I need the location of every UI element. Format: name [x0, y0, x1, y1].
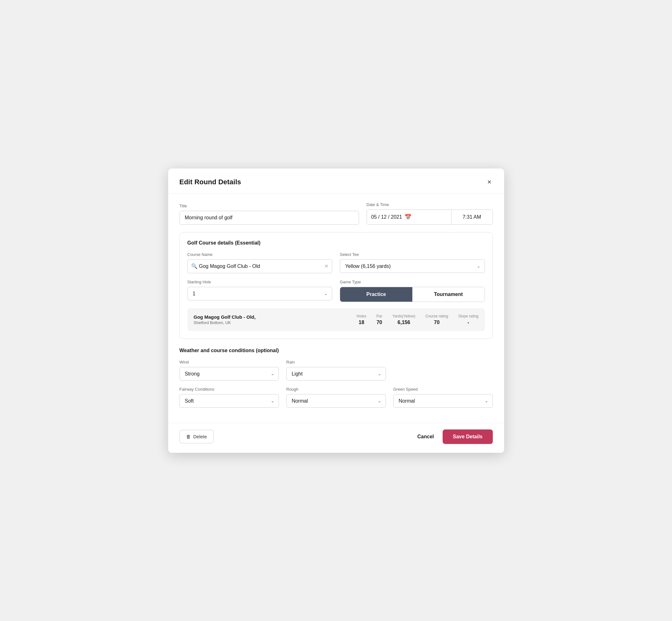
starting-hole-field-group: Starting Hole 1 ⌄ [187, 280, 333, 302]
slope-rating-label: Slope rating [458, 314, 478, 318]
select-tee-field-group: Select Tee Yellow (6,156 yards) ⌄ [340, 252, 485, 273]
starting-hole-dropdown[interactable]: 1 [187, 287, 333, 300]
green-speed-field-group: Green Speed Normal ⌄ [393, 387, 493, 408]
time-part[interactable]: 7:31 AM [452, 210, 493, 224]
wind-field-group: Wind Strong ⌄ [179, 360, 279, 380]
course-search-wrap: 🔍 ✕ [187, 259, 333, 273]
stat-par: Par 70 [376, 314, 382, 325]
date-time-row: 05 / 12 / 2021 📅 7:31 AM [367, 210, 493, 225]
holes-value: 18 [359, 320, 365, 325]
golf-course-section: Golf Course details (Essential) Course N… [179, 232, 493, 339]
rain-field-group: Rain Light ⌄ [287, 360, 386, 380]
title-label: Title [179, 204, 359, 208]
course-name-input[interactable] [187, 259, 333, 273]
green-speed-label: Green Speed [393, 387, 493, 391]
practice-button[interactable]: Practice [340, 287, 412, 302]
title-datetime-row: Title Date & Time 05 / 12 / 2021 📅 7:31 … [179, 202, 493, 225]
course-info-row: Gog Magog Golf Club - Old, Shelford Bott… [187, 308, 485, 331]
select-tee-dropdown[interactable]: Yellow (6,156 yards) [340, 259, 485, 273]
yards-label: Yards(Yellow) [392, 314, 416, 318]
modal-title: Edit Round Details [179, 178, 241, 186]
delete-label: Delete [194, 434, 207, 439]
wind-rain-row: Wind Strong ⌄ Rain Light ⌄ [179, 360, 493, 380]
wind-select-wrap: Strong ⌄ [179, 367, 279, 380]
par-label: Par [376, 314, 382, 318]
green-speed-select-wrap: Normal ⌄ [393, 394, 493, 408]
calendar-icon: 📅 [405, 214, 411, 220]
save-button[interactable]: Save Details [443, 429, 493, 444]
fairway-field-group: Fairway Conditions Soft ⌄ [179, 387, 279, 408]
course-name-field-group: Course Name 🔍 ✕ [187, 252, 333, 273]
slope-rating-value: - [468, 320, 469, 325]
course-info-name-text: Gog Magog Golf Club - Old, [194, 314, 347, 320]
modal-body: Title Date & Time 05 / 12 / 2021 📅 7:31 … [168, 194, 504, 422]
weather-section: Weather and course conditions (optional)… [179, 348, 493, 422]
game-type-field-group: Game Type Practice Tournament [340, 280, 485, 302]
golf-course-title: Golf Course details (Essential) [187, 240, 485, 246]
wind-dropdown[interactable]: Strong [179, 367, 279, 380]
modal-footer: 🗑 Delete Cancel Save Details [168, 423, 504, 453]
course-tee-row: Course Name 🔍 ✕ Select Tee Yellow (6,156… [187, 252, 485, 273]
fairway-dropdown[interactable]: Soft [179, 394, 279, 408]
course-info-location: Shelford Bottom, UK [194, 320, 347, 325]
stat-yards: Yards(Yellow) 6,156 [392, 314, 416, 325]
weather-title: Weather and course conditions (optional) [179, 348, 493, 354]
yards-value: 6,156 [397, 320, 410, 325]
hole-gametype-row: Starting Hole 1 ⌄ Game Type Practice Tou… [187, 280, 485, 302]
starting-hole-label: Starting Hole [187, 280, 333, 284]
course-rating-label: Course rating [425, 314, 448, 318]
delete-button[interactable]: 🗑 Delete [179, 430, 214, 443]
datetime-label: Date & Time [367, 202, 493, 207]
title-input[interactable] [179, 211, 359, 225]
stat-slope-rating: Slope rating - [458, 314, 478, 325]
rain-label: Rain [287, 360, 386, 365]
cancel-button[interactable]: Cancel [415, 430, 436, 443]
course-info-name: Gog Magog Golf Club - Old, Shelford Bott… [194, 314, 347, 325]
fairway-rough-green-row: Fairway Conditions Soft ⌄ Rough Normal [179, 387, 493, 408]
tournament-button[interactable]: Tournament [412, 287, 485, 302]
rough-dropdown[interactable]: Normal [287, 394, 386, 408]
edit-round-modal: Edit Round Details × Title Date & Time 0… [168, 168, 504, 453]
rain-select-wrap: Light ⌄ [287, 367, 386, 380]
fairway-select-wrap: Soft ⌄ [179, 394, 279, 408]
wind-label: Wind [179, 360, 279, 365]
rain-dropdown[interactable]: Light [287, 367, 386, 380]
close-button[interactable]: × [486, 177, 493, 187]
date-part[interactable]: 05 / 12 / 2021 📅 [367, 210, 451, 224]
title-field-group: Title [179, 204, 359, 225]
search-icon: 🔍 [191, 263, 198, 269]
course-name-label: Course Name [187, 252, 333, 257]
select-tee-wrap: Yellow (6,156 yards) ⌄ [340, 259, 485, 273]
rough-select-wrap: Normal ⌄ [287, 394, 386, 408]
rough-field-group: Rough Normal ⌄ [287, 387, 386, 408]
clear-icon[interactable]: ✕ [324, 263, 328, 269]
par-value: 70 [376, 320, 382, 325]
select-tee-label: Select Tee [340, 252, 485, 257]
trash-icon: 🗑 [186, 434, 191, 439]
rough-label: Rough [287, 387, 386, 391]
datetime-field-group: Date & Time 05 / 12 / 2021 📅 7:31 AM [367, 202, 493, 225]
green-speed-dropdown[interactable]: Normal [393, 394, 493, 408]
game-type-toggle: Practice Tournament [340, 287, 485, 302]
stat-holes: Holes 18 [356, 314, 366, 325]
date-value: 05 / 12 / 2021 [371, 214, 402, 220]
fairway-label: Fairway Conditions [179, 387, 279, 391]
starting-hole-wrap: 1 ⌄ [187, 287, 333, 300]
stat-course-rating: Course rating 70 [425, 314, 448, 325]
holes-label: Holes [356, 314, 366, 318]
modal-header: Edit Round Details × [168, 168, 504, 194]
game-type-label: Game Type [340, 280, 485, 284]
footer-right: Cancel Save Details [415, 429, 493, 444]
course-rating-value: 70 [434, 320, 440, 325]
time-value: 7:31 AM [463, 214, 481, 220]
